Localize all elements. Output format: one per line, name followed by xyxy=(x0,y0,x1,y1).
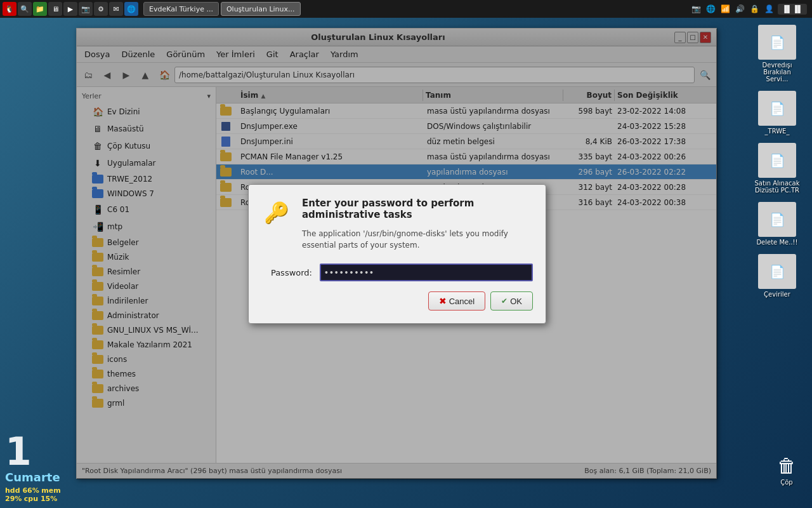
dialog-form: Password: ✖ Cancel ✔ OK xyxy=(249,257,546,323)
key-icon-symbol: 🔑 xyxy=(264,201,289,225)
task-evdekal[interactable]: EvdeKal Türkiye ... xyxy=(143,2,219,16)
trash-label: Çöp xyxy=(780,479,792,486)
desktop-icon-ceviriler[interactable]: 📄 Çeviriler xyxy=(749,251,806,300)
taskbar-right: 📷 🌐 📶 🔊 🔒 👤 ▐▌▐▌ xyxy=(690,3,812,15)
start-button[interactable]: 🐧 xyxy=(3,2,16,16)
apps-taskbar-icon[interactable]: ⚙ xyxy=(94,2,108,16)
hdd-label: hdd xyxy=(5,486,22,495)
clock-display: ▐▌▐▌ xyxy=(778,4,807,15)
desktop-icon-delete[interactable]: 📄 Delete Me..!! xyxy=(749,199,806,248)
volume-sys-icon[interactable]: 🔊 xyxy=(734,3,746,15)
trwe-icon: 📄 xyxy=(758,91,796,126)
password-input[interactable] xyxy=(320,264,533,281)
dialog-header: 🔑 Enter your password to perform adminis… xyxy=(249,185,546,257)
mem-label: mem xyxy=(41,486,60,495)
ok-button[interactable]: ✔ OK xyxy=(490,291,533,311)
trwe-label: _TRWE_ xyxy=(765,128,790,135)
cpu-label: cpu xyxy=(24,495,41,503)
satin-label: Satın Alınacak Dizüstü PC.TR xyxy=(752,180,802,194)
taskbar-left: 🐧 🔍 📁 🖥 ▶ 📷 ⚙ ✉ 🌐 xyxy=(0,2,138,16)
hdd-value: 66% xyxy=(22,486,39,495)
trash-symbol: 🗑 xyxy=(777,455,796,477)
file-manager-window: Oluşturulan Linux Kısayolları _ □ ✕ Dosy… xyxy=(76,28,717,479)
task-linux-label: Oluşturulan Linux... xyxy=(226,5,295,13)
stat-bar: hdd 66% mem 29% cpu 15% xyxy=(5,486,77,503)
search-taskbar-icon[interactable]: 🔍 xyxy=(18,2,32,16)
mem-value: 29% xyxy=(5,495,22,503)
devredisi-label: Devredışı Bırakılan Servi... xyxy=(752,62,802,83)
dialog-buttons: ✖ Cancel ✔ OK xyxy=(261,291,533,311)
browser-taskbar-icon[interactable]: 🌐 xyxy=(124,2,138,16)
desktop: 🐧 🔍 📁 🖥 ▶ 📷 ⚙ ✉ 🌐 EvdeKal Türkiye ... Ol… xyxy=(0,0,812,508)
ceviriler-label: Çeviriler xyxy=(764,291,790,298)
cancel-button[interactable]: ✖ Cancel xyxy=(428,291,485,311)
ok-label: OK xyxy=(510,297,522,306)
ceviriler-icon: 📄 xyxy=(758,254,796,289)
day-number: 1 xyxy=(5,432,77,471)
dialog-title: Enter your password to perform administr… xyxy=(302,197,533,220)
dialog-text-area: Enter your password to perform administr… xyxy=(302,197,533,251)
dialog-description: The application '/usr/bin/gnome-disks' l… xyxy=(302,228,533,251)
taskbar-top: 🐧 🔍 📁 🖥 ▶ 📷 ⚙ ✉ 🌐 EvdeKal Türkiye ... Ol… xyxy=(0,0,812,18)
camera-sys-icon[interactable]: 📷 xyxy=(690,3,702,15)
dialog-content: 🔑 Enter your password to perform adminis… xyxy=(249,185,546,323)
cancel-x-icon: ✖ xyxy=(439,296,447,306)
user-sys-icon[interactable]: 👤 xyxy=(763,3,775,15)
desktop-icons-area: 📄 Devredışı Bırakılan Servi... 📄 _TRWE_ … xyxy=(749,22,806,300)
task-linux[interactable]: Oluşturulan Linux... xyxy=(221,2,301,16)
taskbar-tasks: EvdeKal Türkiye ... Oluşturulan Linux... xyxy=(138,2,690,16)
desktop-icon-trwe[interactable]: 📄 _TRWE_ xyxy=(749,88,806,137)
task-evdekal-label: EvdeKal Türkiye ... xyxy=(149,5,213,13)
cancel-label: Cancel xyxy=(449,297,475,306)
desktop-icon-devredisi[interactable]: 📄 Devredışı Bırakılan Servi... xyxy=(749,22,806,85)
desktop-icon-satin[interactable]: 📄 Satın Alınacak Dizüstü PC.TR xyxy=(749,140,806,196)
bottom-stats: 1 Cumarte hdd 66% mem 29% cpu 15% xyxy=(0,427,82,508)
dialog-overlay: 🔑 Enter your password to perform adminis… xyxy=(77,29,717,479)
password-dialog: 🔑 Enter your password to perform adminis… xyxy=(248,184,546,324)
files-taskbar-icon[interactable]: 📁 xyxy=(33,2,47,16)
screenshot-taskbar-icon[interactable]: 📷 xyxy=(79,2,93,16)
clock-time: ▐▌▐▌ xyxy=(782,5,803,13)
form-password-row: Password: xyxy=(261,264,533,281)
trash-desktop-icon[interactable]: 🗑 Çöp xyxy=(768,455,806,486)
cpu-value: 15% xyxy=(41,495,57,503)
key-icon: 🔑 xyxy=(261,197,292,228)
satin-icon: 📄 xyxy=(758,143,796,178)
password-label: Password: xyxy=(261,268,312,277)
media-taskbar-icon[interactable]: ▶ xyxy=(63,2,77,16)
email-taskbar-icon[interactable]: ✉ xyxy=(109,2,123,16)
delete-label: Delete Me..!! xyxy=(756,239,797,246)
terminal-taskbar-icon[interactable]: 🖥 xyxy=(48,2,62,16)
ok-check-icon: ✔ xyxy=(501,297,508,305)
devredisi-icon: 📄 xyxy=(758,25,796,60)
delete-icon: 📄 xyxy=(758,202,796,237)
lock-sys-icon[interactable]: 🔒 xyxy=(749,3,761,15)
network-sys-icon[interactable]: 🌐 xyxy=(705,3,717,15)
wifi-sys-icon[interactable]: 📶 xyxy=(719,3,731,15)
